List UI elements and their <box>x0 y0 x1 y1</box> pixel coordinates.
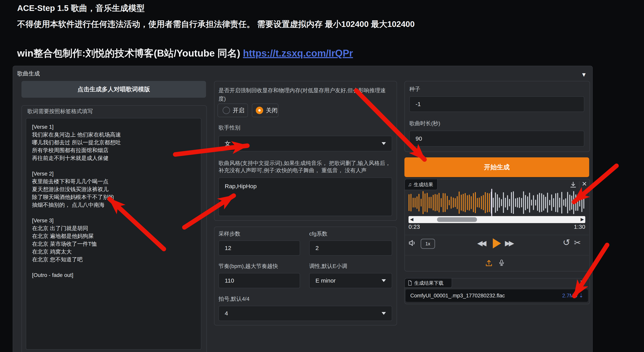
waveform-bar <box>497 194 498 211</box>
waveform-bar <box>453 198 454 208</box>
page: ACE-Step 1.5 歌曲，音乐生成模型 不得使用本软件进行任何违法活动，使… <box>0 0 644 352</box>
singer-gender-value: 女 <box>225 140 382 148</box>
waveform-bar <box>555 193 556 212</box>
file-download-link[interactable]: 2.7MB ⇣ <box>562 293 583 299</box>
waveform-bar <box>525 195 526 210</box>
waveform-bar <box>582 193 582 212</box>
bpm-input[interactable] <box>218 273 300 288</box>
waveform-bar <box>422 191 424 214</box>
waveform-bar <box>551 194 552 211</box>
waveform-bar <box>545 197 546 208</box>
singer-gender-select[interactable]: 女 <box>218 136 392 151</box>
waveform-bar <box>485 192 486 213</box>
style-textarea[interactable]: Rap,HipHop <box>218 177 392 216</box>
scrollbar-thumb[interactable] <box>437 217 477 222</box>
cfg-input[interactable] <box>309 240 392 256</box>
play-icon[interactable] <box>493 238 501 248</box>
radio-off-label: 关闭 <box>266 106 278 114</box>
divider <box>577 279 577 286</box>
scroll-left-icon[interactable]: ◀ <box>410 217 414 222</box>
waveform-bar <box>557 193 558 212</box>
time-signature-value: 4 <box>225 310 382 317</box>
playhead-cursor[interactable] <box>491 189 492 216</box>
waveform-bar <box>507 195 508 210</box>
player-title: 生成结果 <box>414 181 433 188</box>
scroll-right-icon[interactable]: ▶ <box>580 217 584 222</box>
waveform-bar <box>495 192 496 213</box>
key-value: E minor <box>316 277 382 284</box>
waveform-bar <box>523 191 524 214</box>
chevron-down-icon[interactable] <box>382 312 386 315</box>
divider <box>405 255 589 256</box>
microphone-icon[interactable] <box>498 258 505 268</box>
waveform-bar <box>481 196 482 209</box>
waveform-bar <box>477 198 478 207</box>
waveform-bar <box>449 200 450 206</box>
waveform-bar <box>527 196 528 209</box>
singer-gender-label: 歌手性别 <box>218 124 240 131</box>
waveform-bar <box>511 192 512 213</box>
lyrics-label: 歌词需要按照标签格式填写 <box>27 108 93 115</box>
waveform-bar <box>479 198 480 208</box>
chevron-down-icon[interactable]: ▼ <box>581 71 587 78</box>
waveform-scrollbar[interactable] <box>408 216 585 223</box>
waveform-bar <box>577 194 578 211</box>
radio-circle-icon[interactable] <box>222 107 230 114</box>
waveform-bar <box>505 198 506 208</box>
trim-scissors-icon[interactable]: ✂ <box>574 238 581 248</box>
music-note-icon: ♫ <box>408 182 412 188</box>
page-title: ACE-Step 1.5 歌曲，音乐生成模型 <box>17 3 144 14</box>
start-generate-button[interactable]: 开始生成 <box>404 157 589 177</box>
rewind-icon[interactable]: ◀◀ <box>477 239 485 247</box>
download-icon[interactable] <box>569 181 577 189</box>
close-icon[interactable]: ✕ <box>580 279 585 286</box>
waveform-bar <box>455 198 456 207</box>
upload-icon[interactable] <box>484 258 493 268</box>
steps-input[interactable] <box>218 240 300 256</box>
waveform-bar <box>424 193 426 212</box>
steps-label: 采样步数 <box>218 230 240 238</box>
waveform-bar <box>436 194 438 211</box>
close-icon[interactable]: ✕ <box>582 180 587 188</box>
waveform-bar <box>509 199 510 206</box>
time-signature-select[interactable]: 4 <box>218 306 392 321</box>
waveform-bar <box>563 200 564 206</box>
waveform-bar <box>473 193 474 212</box>
radio-selected-icon[interactable] <box>256 107 263 114</box>
generate-duet-template-button[interactable]: 点击生成多人对唱歌词模版 <box>22 81 206 98</box>
waveform-bar <box>465 193 466 212</box>
download-panel-title-badge: 生成结果下载 <box>405 279 452 288</box>
file-name: ComfyUI_00001_.mp3_1770280232.flac <box>410 293 562 299</box>
waveform-bar <box>573 191 574 214</box>
chevron-down-icon[interactable] <box>382 142 386 145</box>
waveform-bar <box>579 199 580 207</box>
duration-label: 歌曲时长(秒) <box>409 120 440 127</box>
waveform-bar <box>410 194 412 211</box>
waveform-bar <box>459 192 460 214</box>
blog-link[interactable]: https://t.zsxq.com/IrQPr <box>243 48 353 59</box>
waveform-bar <box>513 191 514 214</box>
volume-icon[interactable] <box>408 238 417 248</box>
chevron-down-icon[interactable] <box>382 279 386 282</box>
waveform-bar <box>575 194 576 211</box>
accordion-title[interactable]: 歌曲生成 <box>17 70 40 78</box>
undo-icon[interactable]: ↺ <box>563 237 570 248</box>
radio-option-off[interactable]: 关闭 <box>252 104 278 117</box>
fast-forward-icon[interactable]: ▶▶ <box>505 239 512 247</box>
key-select[interactable]: E minor <box>309 273 392 288</box>
lyrics-textarea[interactable]: [Verse 1] 我们家在臭河边上 他们家在机场高速 哪儿我们都去过 所以一提… <box>26 118 201 350</box>
waveform-bar <box>549 200 550 205</box>
waveform-bar <box>457 196 458 209</box>
divider <box>405 235 589 235</box>
time-signature-label: 拍号,默认4/4 <box>218 295 250 303</box>
playback-speed-button[interactable]: 1x <box>420 239 435 249</box>
waveform-bar <box>517 198 518 208</box>
waveform[interactable] <box>408 191 585 214</box>
waveform-bar <box>521 198 522 208</box>
radio-option-on[interactable]: 开启 <box>218 104 248 117</box>
seed-label: 种子 <box>409 85 420 93</box>
waveform-bar <box>471 196 472 209</box>
seed-input[interactable] <box>409 96 584 112</box>
duration-input[interactable] <box>409 131 584 147</box>
waveform-bar <box>539 193 540 212</box>
